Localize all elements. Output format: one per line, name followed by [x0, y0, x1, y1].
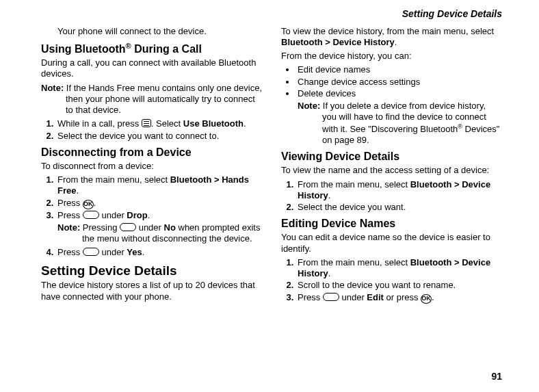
text: under	[99, 210, 127, 220]
note-label: Note:	[57, 222, 80, 233]
paragraph: During a call, you can connect with avai…	[41, 57, 262, 80]
note: Note: If you delete a device from device…	[298, 101, 502, 146]
bullet-list: Edit device names Change device access s…	[281, 64, 502, 146]
list-item: Press under Drop. Note: Pressing under N…	[56, 210, 262, 245]
text: .	[328, 190, 331, 200]
bold-text: No	[164, 222, 176, 233]
registered-symbol: ®	[458, 123, 462, 130]
ordered-list: While in a call, press . Select Use Blue…	[41, 118, 262, 142]
note-body: Pressing under No when prompted exits th…	[82, 222, 260, 244]
list-item: Press OK.	[56, 198, 262, 209]
columns: Your phone will connect to the device. U…	[41, 25, 502, 368]
text: From the main menu, select	[57, 174, 170, 185]
text: under	[339, 292, 367, 302]
note: Note: If the Hands Free menu contains on…	[41, 83, 262, 116]
list-item: Delete devices Note: If you delete a dev…	[296, 88, 502, 146]
page-number: 91	[41, 371, 502, 383]
heading-using-bluetooth: Using Bluetooth® During a Call	[41, 41, 262, 56]
note: Note: Pressing under No when prompted ex…	[57, 222, 262, 245]
left-column: Your phone will connect to the device. U…	[41, 25, 262, 368]
list-item: Press under Edit or press OK.	[296, 292, 502, 304]
menu-key-icon	[142, 119, 151, 127]
ordered-list: From the main menu, select Bluetooth > D…	[281, 179, 502, 213]
text: From the main menu, select	[298, 179, 410, 190]
note-label: Note:	[41, 83, 64, 93]
text: Pressing	[83, 222, 120, 233]
text: .	[328, 268, 331, 278]
text: .	[432, 292, 434, 302]
text: or press	[384, 292, 421, 302]
text: .	[94, 198, 96, 208]
list-item: Select the device you want to connect to…	[56, 131, 262, 142]
list-item: From the main menu, select Bluetooth > D…	[296, 257, 502, 280]
bold-text: Edit	[367, 292, 384, 302]
running-head: Setting Device Details	[41, 8, 502, 21]
list-item: Select the device you want.	[296, 202, 502, 213]
bold-text: Bluetooth > Device History	[281, 37, 395, 47]
bold-text: Drop	[127, 210, 147, 220]
text: .	[148, 210, 150, 220]
paragraph: From the device history, you can:	[281, 51, 502, 62]
paragraph: Your phone will connect to the device.	[57, 26, 262, 37]
ordered-list: From the main menu, select Bluetooth > H…	[41, 174, 262, 259]
list-item: Scroll to the device you want to rename.	[296, 280, 502, 291]
text: . Select	[151, 118, 183, 129]
text: To view the device history, from the mai…	[281, 26, 494, 36]
text: .	[76, 185, 79, 196]
text: .	[244, 118, 246, 129]
text: Press	[57, 247, 83, 257]
text: under	[99, 247, 127, 257]
ok-key-icon: OK	[83, 200, 94, 209]
heading-viewing-details: Viewing Device Details	[281, 150, 502, 164]
list-item: From the main menu, select Bluetooth > H…	[56, 174, 262, 197]
list-item: From the main menu, select Bluetooth > D…	[296, 179, 502, 202]
heading-setting-device-details: Setting Device Details	[41, 263, 262, 279]
softkey-icon	[83, 248, 99, 256]
text: Delete devices	[298, 88, 356, 99]
text: .	[395, 37, 397, 47]
paragraph: You can edit a device name so the device…	[281, 232, 502, 254]
list-item: Press under Yes.	[56, 247, 262, 258]
paragraph: The device history stores a list of up t…	[41, 280, 262, 302]
note-body: If you delete a device from device histo…	[322, 101, 499, 145]
text: During a Call	[131, 43, 202, 55]
registered-symbol: ®	[126, 42, 131, 50]
list-item: Change device access settings	[296, 77, 502, 88]
softkey-icon	[323, 293, 339, 301]
bold-text: Use Bluetooth	[183, 118, 244, 129]
text: .	[142, 247, 145, 257]
text: Press	[57, 198, 83, 208]
heading-disconnecting: Disconnecting from a Device	[41, 146, 262, 159]
paragraph: To disconnect from a device:	[41, 161, 262, 172]
text: Press	[298, 292, 323, 302]
ordered-list: From the main menu, select Bluetooth > D…	[281, 257, 502, 304]
list-item: While in a call, press . Select Use Blue…	[56, 118, 262, 129]
heading-editing-names: Editing Device Names	[281, 217, 502, 231]
page: Setting Device Details Your phone will c…	[0, 0, 539, 392]
bold-text: Yes	[127, 247, 142, 257]
ok-key-icon: OK	[421, 294, 432, 304]
paragraph: To view the device history, from the mai…	[281, 26, 502, 49]
text: Press	[57, 210, 83, 220]
list-item: Edit device names	[296, 64, 502, 75]
note-body: If the Hands Free menu contains only one…	[66, 83, 262, 116]
softkey-icon	[120, 223, 136, 231]
note-label: Note:	[298, 101, 320, 111]
right-column: To view the device history, from the mai…	[281, 25, 502, 368]
softkey-icon	[83, 211, 99, 219]
text: under	[136, 222, 163, 233]
text: While in a call, press	[57, 118, 142, 129]
text: From the main menu, select	[298, 257, 410, 267]
text: Using Bluetooth	[41, 43, 126, 55]
paragraph: To view the name and the access setting …	[281, 165, 502, 176]
